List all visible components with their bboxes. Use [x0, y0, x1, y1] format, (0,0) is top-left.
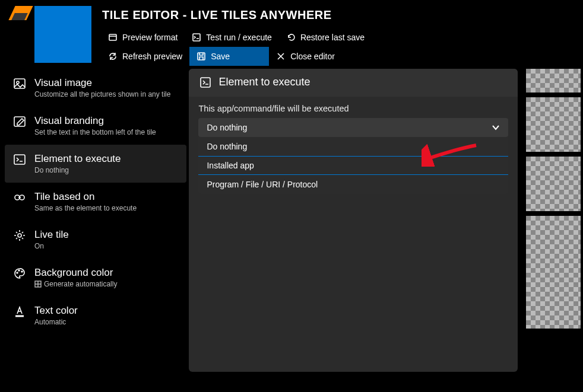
- app-logo: [12, 6, 30, 20]
- dropdown-option-installed-app[interactable]: Installed app: [198, 156, 508, 175]
- preview-medium: [526, 97, 581, 152]
- sidebar-item-background-color[interactable]: Background colorGenerate automatically: [5, 259, 186, 297]
- close-editor-button[interactable]: Close editor: [269, 47, 342, 66]
- save-label: Save: [211, 52, 230, 61]
- undo-icon: [286, 33, 296, 42]
- sidebar: Visual imageCustomize all the pictures s…: [0, 69, 186, 392]
- refresh-preview-button[interactable]: Refresh preview: [101, 47, 189, 66]
- preview-wide: [526, 157, 581, 211]
- preview-format-label: Preview format: [122, 33, 178, 42]
- chevron-down-icon: [492, 123, 500, 132]
- execute-mode-select[interactable]: Do nothing: [198, 118, 508, 137]
- preview-format-button[interactable]: Preview format: [101, 28, 185, 47]
- panel-title: Element to execute: [218, 76, 310, 88]
- close-icon: [276, 52, 286, 61]
- execute-icon: [199, 77, 211, 88]
- sidebar-item-text-color[interactable]: Text colorAutomatic: [5, 297, 186, 334]
- refresh-preview-label: Refresh preview: [122, 52, 182, 61]
- preview-small: [526, 69, 581, 93]
- sidebar-item-sub: Same as the element to execute: [34, 204, 179, 212]
- toolbar: Preview format Test run / execute Restor…: [101, 28, 583, 66]
- svg-point-11: [18, 270, 20, 271]
- svg-rect-0: [109, 34, 116, 40]
- sidebar-item-element-to-execute[interactable]: Element to executeDo nothing: [5, 145, 186, 183]
- brightness-icon: [13, 229, 26, 242]
- swatch-icon: [34, 281, 42, 288]
- settings-panel: Element to execute This app/command/file…: [189, 69, 518, 372]
- execute-icon: [13, 153, 26, 166]
- svg-rect-6: [14, 155, 25, 164]
- svg-rect-1: [193, 34, 200, 41]
- select-value: Do nothing: [207, 123, 247, 132]
- restore-label: Restore last save: [300, 33, 365, 42]
- sidebar-item-label: Background color: [34, 267, 179, 279]
- restore-button[interactable]: Restore last save: [279, 28, 372, 47]
- sidebar-item-label: Tile based on: [34, 191, 179, 203]
- sidebar-item-label: Live tile: [34, 229, 179, 241]
- dropdown-option-program-file[interactable]: Program / File / URI / Protocol: [198, 175, 508, 194]
- section-label: This app/command/file will be executed: [198, 104, 508, 113]
- sidebar-item-sub: Customize all the pictures shown in any …: [34, 90, 179, 98]
- sidebar-item-label: Visual image: [34, 77, 179, 89]
- sidebar-item-label: Text color: [34, 305, 179, 317]
- svg-point-9: [18, 234, 21, 237]
- sidebar-item-sub: On: [34, 242, 179, 250]
- test-run-label: Test run / execute: [206, 33, 272, 42]
- tile-size-previews: [526, 69, 583, 392]
- svg-point-4: [17, 81, 19, 84]
- sidebar-item-sub: Automatic: [34, 318, 179, 326]
- edit-icon: [13, 115, 26, 128]
- text-color-icon: [13, 305, 26, 318]
- sidebar-item-visual-image[interactable]: Visual imageCustomize all the pictures s…: [5, 69, 186, 107]
- execute-mode-dropdown: Do nothing Installed app Program / File …: [198, 137, 508, 194]
- palette-icon: [13, 267, 26, 280]
- close-editor-label: Close editor: [290, 52, 335, 61]
- sidebar-item-sub: Set the text in the bottom left of the t…: [34, 128, 179, 136]
- svg-point-10: [17, 272, 18, 273]
- preview-icon: [108, 33, 118, 42]
- svg-rect-2: [198, 53, 205, 60]
- sidebar-item-tile-based-on[interactable]: Tile based onSame as the element to exec…: [5, 183, 186, 221]
- sidebar-item-sub: Generate automatically: [34, 280, 179, 288]
- image-icon: [13, 77, 26, 90]
- dropdown-option-do-nothing[interactable]: Do nothing: [198, 137, 508, 156]
- terminal-icon: [192, 33, 201, 42]
- tile-preview-icon: [34, 6, 91, 63]
- test-run-button[interactable]: Test run / execute: [185, 28, 279, 47]
- sidebar-item-sub: Do nothing: [34, 166, 179, 174]
- save-icon: [197, 52, 206, 61]
- sidebar-item-label: Element to execute: [34, 153, 179, 165]
- sidebar-item-live-tile[interactable]: Live tileOn: [5, 221, 186, 259]
- svg-point-12: [21, 271, 23, 272]
- preview-large: [526, 216, 581, 329]
- sidebar-item-label: Visual branding: [34, 115, 179, 127]
- sidebar-item-visual-branding[interactable]: Visual brandingSet the text in the botto…: [5, 107, 186, 145]
- refresh-icon: [108, 52, 118, 61]
- app-title: TILE EDITOR - LIVE TILES ANYWHERE: [102, 8, 583, 22]
- save-button[interactable]: Save: [189, 47, 269, 66]
- link-icon: [13, 191, 26, 204]
